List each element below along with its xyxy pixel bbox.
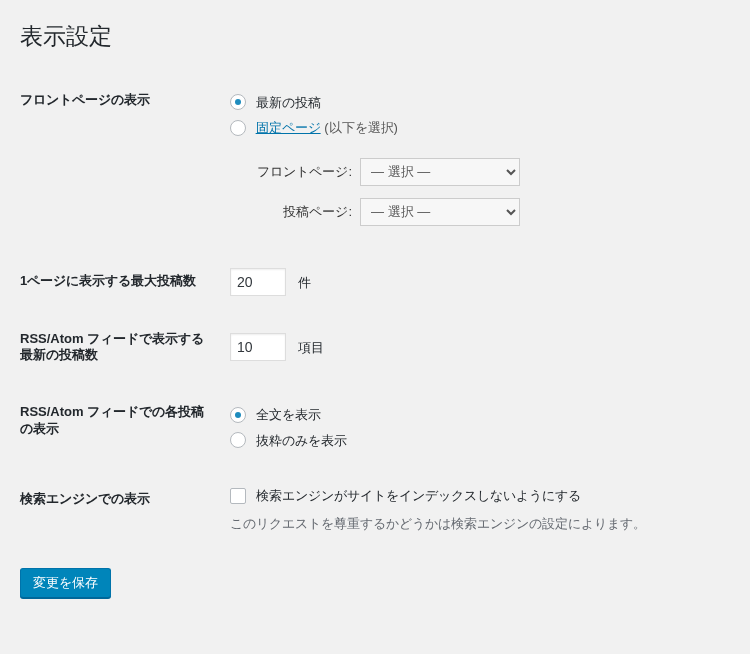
rss-content-option-full: 全文を表示 [230, 405, 720, 425]
radio-latest-posts-label: 最新の投稿 [256, 95, 321, 110]
page-title: 表示設定 [20, 10, 730, 58]
checkbox-noindex[interactable] [230, 488, 246, 504]
radio-static-page-label: 固定ページ (以下を選択) [256, 120, 398, 135]
static-page-suffix: (以下を選択) [321, 120, 398, 135]
front-page-display-label: フロントページの表示 [20, 72, 220, 253]
checkbox-noindex-label: 検索エンジンがサイトをインデックスしないようにする [256, 488, 581, 503]
save-changes-button[interactable]: 変更を保存 [20, 568, 111, 598]
posts-per-page-label: 1ページに表示する最大投稿数 [20, 253, 220, 311]
rss-items-label: RSS/Atom フィードで表示する最新の投稿数 [20, 311, 220, 385]
front-page-select-label: フロントページ: [230, 162, 360, 182]
front-page-select[interactable]: — 選択 — [360, 158, 520, 186]
radio-latest-posts[interactable] [230, 94, 246, 110]
radio-static-page[interactable] [230, 120, 246, 136]
radio-full-text[interactable] [230, 407, 246, 423]
rss-content-option-excerpt: 抜粋のみを表示 [230, 431, 720, 451]
posts-page-select[interactable]: — 選択 — [360, 198, 520, 226]
search-engine-description: このリクエストを尊重するかどうかは検索エンジンの設定によります。 [230, 514, 720, 534]
posts-page-select-label: 投稿ページ: [230, 202, 360, 222]
rss-items-input[interactable] [230, 333, 286, 361]
search-engine-label: 検索エンジンでの表示 [20, 471, 220, 548]
settings-table: フロントページの表示 最新の投稿 固定ページ (以下を選択) フロントページ: … [20, 72, 730, 549]
search-engine-row: 検索エンジンがサイトをインデックスしないようにする [230, 486, 720, 506]
static-page-selectors: フロントページ: — 選択 — 投稿ページ: — 選択 — [230, 158, 720, 226]
radio-excerpt-only-label: 抜粋のみを表示 [256, 433, 347, 448]
static-page-link[interactable]: 固定ページ [256, 120, 321, 135]
rss-content-label: RSS/Atom フィードでの各投稿の表示 [20, 384, 220, 471]
radio-full-text-label: 全文を表示 [256, 407, 321, 422]
rss-items-unit: 項目 [298, 340, 324, 355]
posts-per-page-unit: 件 [298, 275, 311, 290]
front-page-option-latest: 最新の投稿 [230, 93, 720, 113]
posts-per-page-input[interactable] [230, 268, 286, 296]
front-page-option-static: 固定ページ (以下を選択) [230, 118, 720, 138]
radio-excerpt-only[interactable] [230, 432, 246, 448]
submit-row: 変更を保存 [20, 568, 730, 598]
